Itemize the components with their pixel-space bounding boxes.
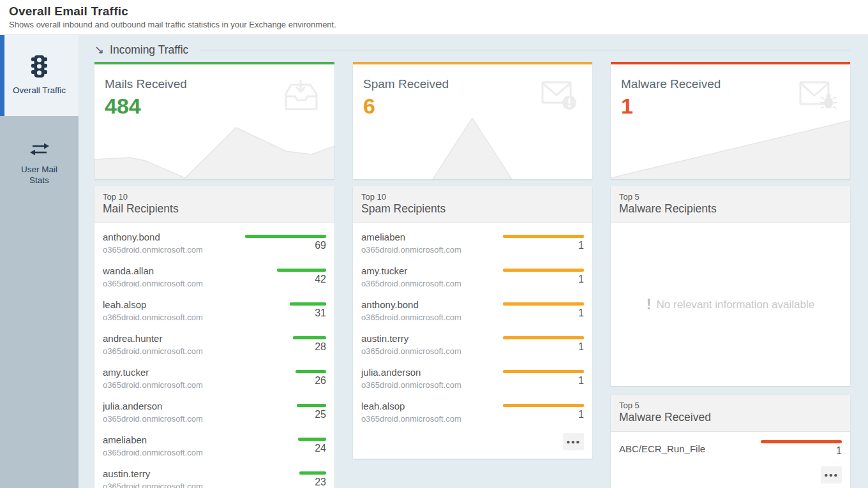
- value-bar: [290, 302, 326, 306]
- arrow-down-right-icon: ↘: [94, 44, 104, 55]
- envelope-alert-icon: [537, 78, 580, 114]
- panel-title: Malware Recipients: [619, 202, 842, 216]
- recipient-count: 1: [578, 307, 584, 319]
- recipient-name: andrea.hunter: [103, 333, 203, 344]
- recipient-name: anthony.bond: [103, 232, 203, 242]
- app-root: Overall Email Traffic Shows overall inbo…: [0, 0, 868, 488]
- value-bar: [503, 269, 584, 272]
- page-header: Overall Email Traffic Shows overall inbo…: [0, 0, 868, 35]
- value-bar: [503, 336, 584, 339]
- value-bar: [297, 404, 326, 407]
- recipient-domain: o365droid.onmicrosoft.com: [361, 279, 461, 288]
- recipient-domain: o365droid.onmicrosoft.com: [361, 380, 461, 390]
- mail-recipient-row: leah.alsop o365droid.onmicrosoft.com 31: [94, 294, 334, 328]
- recipient-name: austin.terry: [103, 468, 203, 479]
- recipient-domain: o365droid.onmicrosoft.com: [361, 313, 461, 322]
- panel-title: Mail Recipients: [103, 202, 326, 216]
- recipient-domain: o365droid.onmicrosoft.com: [103, 346, 203, 356]
- recipient-domain: o365droid.onmicrosoft.com: [361, 245, 461, 255]
- trend-silhouette: [94, 118, 334, 179]
- recipient-name: julia.anderson: [361, 367, 461, 378]
- section-divider: [200, 50, 850, 50]
- mail-recipient-row: amy.tucker o365droid.onmicrosoft.com 26: [94, 362, 334, 396]
- recipient-name: austin.terry: [361, 333, 461, 344]
- more-button[interactable]: ●●●: [821, 466, 842, 484]
- value-bar: [503, 370, 584, 373]
- mail-recipients-list: anthony.bond o365droid.onmicrosoft.com 6…: [94, 223, 334, 488]
- malware-name: ABC/ECR_Run_File: [619, 443, 705, 454]
- recipient-name: ameliaben: [103, 434, 203, 445]
- recipient-domain: o365droid.onmicrosoft.com: [103, 245, 203, 255]
- envelope-bug-icon: [795, 78, 837, 114]
- recipient-domain: o365droid.onmicrosoft.com: [103, 313, 203, 322]
- inbox-download-icon: [280, 78, 322, 114]
- traffic-light-icon: [31, 55, 48, 80]
- empty-state: ! No relevant information available: [611, 223, 850, 386]
- spam-recipient-row: leah.alsop o365droid.onmicrosoft.com 1: [353, 396, 592, 429]
- panel-top-label: Top 5: [619, 401, 842, 410]
- sidebar-item-label: User Mail Stats: [12, 165, 67, 186]
- malware-count: 1: [836, 445, 842, 457]
- trend-silhouette: [353, 118, 592, 179]
- recipient-count: 1: [578, 274, 584, 285]
- value-bar: [293, 336, 326, 339]
- top-mail-recipients-panel: Top 10 Mail Recipients anthony.bond o365…: [94, 186, 334, 488]
- recipient-count: 31: [315, 307, 326, 319]
- spam-recipient-row: julia.anderson o365droid.onmicrosoft.com…: [353, 362, 592, 396]
- sidebar-item-overall-traffic[interactable]: Overall Traffic: [0, 35, 79, 116]
- incoming-traffic-section-header: ↘ Incoming Traffic: [94, 35, 850, 62]
- panel-top-label: Top 10: [103, 192, 326, 202]
- recipient-count: 25: [315, 409, 326, 420]
- main-content: ↘ Incoming Traffic Mails Received 484: [79, 35, 868, 488]
- spam-recipient-row: anthony.bond o365droid.onmicrosoft.com 1: [353, 294, 592, 328]
- exclamation-icon: !: [647, 296, 652, 313]
- top-malware-recipients-panel: Top 5 Malware Recipients ! No relevant i…: [611, 186, 850, 386]
- mail-recipient-row: anthony.bond o365droid.onmicrosoft.com 6…: [94, 226, 334, 260]
- recipient-count: 24: [315, 443, 326, 454]
- recipient-count: 42: [315, 274, 326, 285]
- swap-arrows-icon: [29, 142, 50, 159]
- panel-header: Top 10 Spam Recipients: [353, 186, 592, 223]
- panel-top-label: Top 10: [361, 192, 584, 202]
- sidebar-item-label: Overall Traffic: [12, 85, 67, 96]
- recipient-name: leah.alsop: [103, 299, 203, 310]
- recipient-domain: o365droid.onmicrosoft.com: [103, 448, 203, 457]
- recipient-count: 26: [315, 375, 326, 387]
- panel-title: Malware Received: [619, 411, 842, 424]
- spam-received-card: Spam Received 6: [353, 62, 592, 179]
- sidebar: Overall Traffic User Mail Stats: [0, 35, 79, 488]
- empty-state-text: No relevant information available: [657, 299, 815, 311]
- recipient-name: amy.tucker: [361, 265, 461, 276]
- spam-recipient-row: ameliaben o365droid.onmicrosoft.com 1: [353, 226, 592, 260]
- recipient-count: 1: [578, 375, 584, 387]
- mails-received-card: Mails Received 484: [94, 62, 334, 179]
- more-button[interactable]: ●●●: [563, 433, 584, 450]
- recipient-count: 23: [315, 477, 326, 488]
- recipient-domain: o365droid.onmicrosoft.com: [103, 380, 203, 390]
- mail-recipient-row: andrea.hunter o365droid.onmicrosoft.com …: [94, 328, 334, 362]
- value-bar: [503, 235, 584, 238]
- spam-recipient-row: austin.terry o365droid.onmicrosoft.com 1: [353, 328, 592, 362]
- recipient-count: 69: [315, 240, 326, 251]
- mail-recipient-row: ameliaben o365droid.onmicrosoft.com 24: [94, 429, 334, 463]
- page-title: Overall Email Traffic: [9, 4, 868, 18]
- value-bar: [245, 235, 326, 238]
- recipient-domain: o365droid.onmicrosoft.com: [103, 414, 203, 424]
- value-bar: [299, 471, 326, 475]
- panel-header: Top 10 Mail Recipients: [94, 186, 334, 223]
- recipient-name: amy.tucker: [103, 367, 203, 378]
- sidebar-item-user-mail-stats[interactable]: User Mail Stats: [0, 116, 79, 212]
- malware-received-card: Malware Received 1: [611, 62, 850, 179]
- malware-row: ABC/ECR_Run_File 1: [611, 435, 850, 462]
- recipient-name: wanda.allan: [103, 265, 203, 276]
- value-bar: [298, 438, 326, 441]
- value-bar: [503, 302, 584, 306]
- value-bar: [296, 370, 326, 373]
- value-bar: [761, 440, 842, 443]
- value-bar: [277, 269, 326, 272]
- section-title: Incoming Traffic: [110, 43, 188, 57]
- recipient-name: anthony.bond: [361, 299, 461, 310]
- mail-recipient-row: wanda.allan o365droid.onmicrosoft.com 42: [94, 260, 334, 294]
- spam-recipient-row: amy.tucker o365droid.onmicrosoft.com 1: [353, 260, 592, 294]
- recipient-name: leah.alsop: [361, 401, 461, 411]
